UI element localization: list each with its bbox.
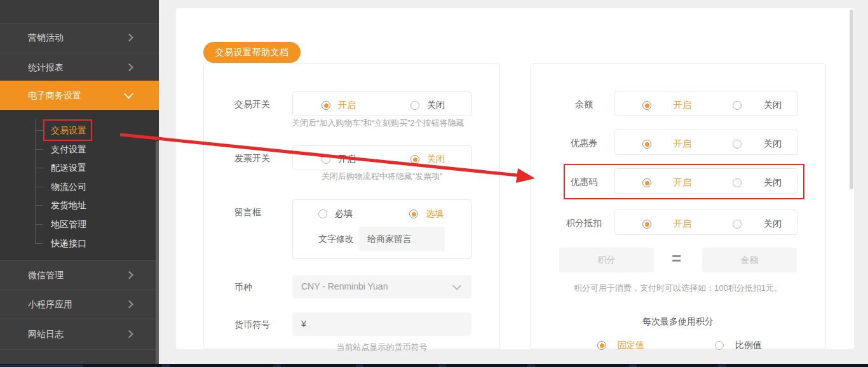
radio-label[interactable]: 固定值: [618, 340, 644, 351]
radio-option-ratio-value[interactable]: 比例值: [715, 340, 762, 351]
trade-settings-panel: 交易开关 开启 关闭 关闭后“加入购物车”和“立刻购买”2个按钮将隐藏 发票开关…: [203, 63, 500, 349]
taskbar-segment: [162, 364, 170, 367]
radio-option-off[interactable]: 关闭: [410, 154, 445, 165]
radio-option-fixed-value[interactable]: 固定值: [597, 340, 644, 351]
radio-ratio-icon[interactable]: [715, 341, 724, 350]
text-edit-label: 文字修改: [318, 234, 354, 245]
invoice-switch-group: 开启 关闭: [292, 145, 471, 170]
max-points-label: 每次最多使用积分: [531, 316, 825, 328]
radio-option-on[interactable]: 开启: [642, 218, 691, 230]
radio-option-on[interactable]: 开启: [642, 100, 691, 111]
radio-required-icon[interactable]: [318, 210, 327, 218]
radio-option-off[interactable]: 关闭: [410, 100, 445, 111]
radio-on-icon[interactable]: [642, 178, 651, 187]
radio-on-icon[interactable]: [322, 101, 330, 110]
sidebar-subitem-express-interface[interactable]: 快递接口: [51, 236, 86, 250]
radio-label[interactable]: 选填: [426, 208, 444, 220]
tree-tick: [35, 205, 43, 206]
currency-symbol-input[interactable]: ¥: [292, 312, 471, 336]
sidebar-item-label: 电子商务设置: [28, 81, 81, 110]
radio-label[interactable]: 开启: [674, 218, 691, 230]
radio-label[interactable]: 开启: [674, 177, 691, 189]
chevron-right-icon: [125, 300, 133, 308]
radio-off-icon[interactable]: [410, 155, 419, 164]
invoice-switch-hint: 关闭后购物流程中将隐藏”发票项”: [292, 171, 471, 182]
merchant-message-input[interactable]: 给商家留言: [358, 227, 445, 251]
sidebar-item-wechat[interactable]: 微信管理: [0, 260, 159, 290]
sidebar-subitem-payment-settings[interactable]: 支付设置: [51, 142, 86, 156]
points-hint: 积分可用于消费，支付时可以选择如：100积分抵扣1元。: [531, 283, 825, 294]
sidebar-item-ecommerce-settings[interactable]: 电子商务设置: [0, 81, 159, 110]
radio-on-icon[interactable]: [642, 101, 651, 110]
radio-label[interactable]: 关闭: [764, 100, 782, 111]
tree-tick: [35, 243, 43, 244]
sidebar-item-miniprogram[interactable]: 小程序应用: [0, 290, 159, 319]
radio-option-on[interactable]: 开启: [642, 138, 691, 150]
radio-option-off[interactable]: 关闭: [733, 218, 782, 230]
trade-switch-group: 开启 关闭: [292, 91, 471, 116]
radio-optional-icon[interactable]: [409, 210, 418, 218]
radio-fixed-icon[interactable]: [597, 341, 606, 350]
radio-label[interactable]: 关闭: [427, 154, 445, 165]
radio-label[interactable]: 开启: [338, 100, 356, 111]
currency-symbol-hint: 当前站点显示的货币符号: [292, 342, 471, 353]
radio-option-on[interactable]: 开启: [322, 154, 356, 165]
sidebar-subitem-logistics-company[interactable]: 物流公司: [51, 180, 86, 194]
sidebar-subitem-shipping-address[interactable]: 发货地址: [51, 198, 86, 212]
help-doc-button[interactable]: 交易设置帮助文档: [203, 42, 301, 63]
points-deduction-switch-group: 开启 关闭: [614, 210, 797, 235]
radio-label[interactable]: 关闭: [764, 218, 782, 230]
radio-on-icon[interactable]: [642, 220, 651, 229]
chevron-down-icon: [124, 89, 134, 99]
currency-select[interactable]: CNY - Renminbi Yuan: [292, 275, 471, 298]
radio-label[interactable]: 必填: [335, 208, 353, 220]
sidebar: 营销活动 统计报表 电子商务设置 交易设置 支付设置 配送设置 物流公司 发货地…: [0, 0, 159, 364]
radio-off-icon[interactable]: [733, 220, 742, 229]
sidebar-item-reports[interactable]: 统计报表: [0, 53, 159, 82]
tree-tick: [35, 130, 43, 131]
field-label-invoice-switch: 发票开关: [234, 153, 270, 164]
points-input[interactable]: 积分: [559, 248, 654, 272]
sidebar-item-marketing[interactable]: 营销活动: [0, 23, 159, 52]
radio-off-icon[interactable]: [733, 101, 742, 110]
radio-label[interactable]: 开启: [338, 154, 356, 165]
field-label-trade-switch: 交易开关: [234, 99, 270, 110]
radio-off-icon[interactable]: [410, 101, 419, 110]
radio-option-required[interactable]: 必填: [318, 208, 353, 220]
radio-label[interactable]: 关闭: [427, 100, 445, 111]
tree-tick: [35, 168, 43, 168]
sidebar-subitem-region-management[interactable]: 地区管理: [51, 217, 86, 231]
trade-switch-hint: 关闭后“加入购物车”和“立刻购买”2个按钮将隐藏: [292, 117, 465, 129]
radio-on-icon[interactable]: [322, 155, 330, 164]
sidebar-item-site-log[interactable]: 网站日志: [0, 319, 159, 349]
radio-on-icon[interactable]: [642, 140, 651, 149]
radio-option-on[interactable]: 开启: [322, 100, 356, 111]
radio-label[interactable]: 开启: [674, 138, 691, 150]
sidebar-item-partial: [0, 349, 159, 364]
radio-option-off[interactable]: 关闭: [733, 100, 782, 111]
sidebar-scrollbar-thumb[interactable]: [156, 141, 159, 364]
radio-option-off[interactable]: 关闭: [733, 138, 782, 150]
field-label-message-box: 留言框: [234, 207, 261, 218]
page-scrollbar-thumb[interactable]: [850, 10, 853, 189]
tree-tick: [35, 187, 43, 187]
radio-option-on[interactable]: 开启: [642, 177, 691, 189]
amount-placeholder: 金额: [741, 255, 759, 265]
radio-label[interactable]: 比例值: [735, 340, 762, 351]
tree-tick: [35, 149, 43, 150]
radio-label[interactable]: 关闭: [764, 177, 782, 189]
balance-switch-group: 开启 关闭: [614, 91, 797, 116]
radio-label[interactable]: 关闭: [764, 138, 782, 150]
sidebar-subitem-delivery-settings[interactable]: 配送设置: [51, 161, 86, 175]
radio-label[interactable]: 开启: [674, 100, 691, 111]
radio-option-optional[interactable]: 选填: [409, 208, 444, 220]
amount-input[interactable]: 金额: [702, 248, 797, 272]
field-label-discount-code: 优惠码: [546, 177, 622, 188]
radio-off-icon[interactable]: [733, 178, 742, 187]
radio-off-icon[interactable]: [733, 140, 742, 149]
taskbar-segment: [273, 364, 281, 367]
message-box-group: 必填 选填 文字修改 给商家留言: [292, 199, 471, 259]
chevron-right-icon: [125, 33, 133, 41]
radio-option-off[interactable]: 关闭: [733, 177, 782, 189]
sidebar-subitem-trade-settings[interactable]: 交易设置: [51, 123, 86, 137]
